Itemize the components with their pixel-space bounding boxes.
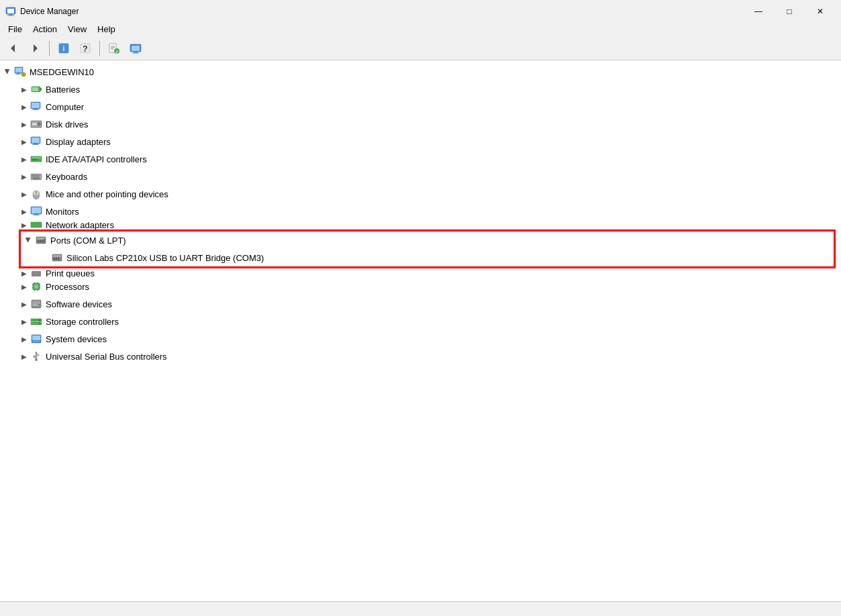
network-chevron: ▶ bbox=[19, 220, 30, 229]
svg-rect-76 bbox=[54, 258, 55, 260]
print-row[interactable]: ▶ Print queues bbox=[0, 268, 841, 278]
help-button[interactable]: ? bbox=[76, 40, 95, 57]
monitors-row[interactable]: ▶ Monitors bbox=[0, 203, 841, 220]
computer-row[interactable]: ▶ Computer bbox=[0, 98, 841, 115]
keyboard-device-icon bbox=[30, 170, 42, 183]
display-adapter-icon bbox=[30, 136, 42, 148]
ports-device-icon bbox=[35, 234, 47, 246]
software-icon bbox=[30, 297, 43, 311]
svg-rect-47 bbox=[34, 159, 36, 160]
menu-view[interactable]: View bbox=[62, 23, 92, 36]
svg-rect-32 bbox=[32, 103, 40, 108]
device-tree: ▶ MSEDGEWIN10 bbox=[0, 63, 841, 365]
svg-rect-70 bbox=[38, 240, 39, 242]
svg-rect-71 bbox=[40, 240, 41, 242]
processors-icon bbox=[30, 280, 43, 293]
svg-rect-89 bbox=[37, 290, 38, 291]
svg-rect-29 bbox=[40, 88, 42, 91]
processors-row[interactable]: ▶ bbox=[0, 278, 841, 295]
computer-device-icon bbox=[30, 101, 42, 113]
svg-rect-39 bbox=[32, 123, 37, 125]
root-row[interactable]: ▶ MSEDGEWIN10 bbox=[0, 63, 841, 81]
disk-item: ▶ Disk drives bbox=[0, 115, 841, 133]
title-bar-left: Device Manager bbox=[5, 6, 79, 17]
svg-rect-88 bbox=[34, 290, 36, 291]
svg-rect-34 bbox=[32, 109, 39, 110]
disk-row[interactable]: ▶ Disk drives bbox=[0, 115, 841, 133]
menu-action[interactable]: Action bbox=[28, 23, 62, 36]
device-button[interactable] bbox=[126, 40, 145, 57]
mice-row[interactable]: ▶ Mice and other pointing devices bbox=[0, 185, 841, 203]
svg-rect-33 bbox=[34, 109, 38, 109]
svg-rect-57 bbox=[38, 176, 40, 178]
keyboard-row[interactable]: ▶ bbox=[0, 168, 841, 185]
monitors-label: Monitors bbox=[46, 207, 79, 217]
network-icon bbox=[30, 220, 43, 229]
system-row[interactable]: ▶ System devices bbox=[0, 330, 841, 348]
system-device-icon bbox=[30, 333, 42, 345]
svg-rect-50 bbox=[32, 175, 34, 176]
svg-rect-66 bbox=[33, 215, 40, 215]
svg-rect-105 bbox=[37, 354, 39, 356]
menu-file[interactable]: File bbox=[3, 23, 28, 36]
svg-rect-18 bbox=[134, 52, 138, 53]
mouse-device-icon bbox=[30, 188, 42, 200]
svg-rect-25 bbox=[23, 74, 26, 75]
network-row[interactable]: ▶ Network adapters bbox=[0, 220, 841, 229]
display-icon bbox=[30, 135, 43, 148]
svg-rect-79 bbox=[32, 271, 41, 276]
silicon-labs-row[interactable]: ▶ Silicon Labs CP210x USB to UART Bridge… bbox=[21, 249, 834, 266]
maximize-button[interactable]: □ bbox=[774, 4, 805, 19]
svg-marker-103 bbox=[35, 352, 38, 354]
minimize-button[interactable]: — bbox=[743, 4, 774, 19]
software-label: Software devices bbox=[46, 299, 112, 309]
svg-rect-64 bbox=[32, 207, 41, 213]
computer-icon bbox=[14, 66, 26, 78]
svg-rect-91 bbox=[32, 301, 40, 302]
svg-rect-58 bbox=[33, 178, 40, 180]
svg-rect-3 bbox=[7, 15, 14, 16]
ports-icon bbox=[34, 234, 48, 247]
monitor-device-icon bbox=[30, 205, 42, 217]
close-button[interactable]: ✕ bbox=[805, 4, 836, 19]
properties-button[interactable]: i bbox=[54, 40, 73, 57]
processors-chevron: ▶ bbox=[19, 281, 30, 292]
keyboard-label: Keyboards bbox=[46, 172, 87, 182]
svg-rect-65 bbox=[34, 214, 38, 215]
svg-rect-77 bbox=[56, 258, 57, 260]
usb-row[interactable]: ▶ Universal Serial Bus bbox=[0, 348, 841, 365]
disk-label: Disk drives bbox=[46, 119, 89, 130]
ide-row[interactable]: ▶ IDE ATA/ATAPI controllers bbox=[0, 150, 841, 168]
software-device-icon bbox=[30, 298, 42, 310]
ide-chevron: ▶ bbox=[19, 154, 30, 164]
silicon-labs-icon bbox=[50, 251, 64, 264]
print-chevron: ▶ bbox=[19, 268, 30, 278]
svg-rect-53 bbox=[38, 175, 40, 176]
keyboard-chevron: ▶ bbox=[19, 171, 30, 182]
forward-button[interactable] bbox=[26, 40, 44, 57]
software-row[interactable]: ▶ Software devices bbox=[0, 295, 841, 313]
menu-help[interactable]: Help bbox=[92, 23, 121, 36]
ports-label: Ports (COM & LPT) bbox=[50, 236, 126, 246]
batteries-row[interactable]: ▶ Batteries bbox=[0, 81, 841, 98]
storage-row[interactable]: ▶ Storage controllers bbox=[0, 313, 841, 330]
svg-rect-81 bbox=[34, 285, 38, 289]
status-bar bbox=[0, 601, 841, 616]
keyboard-icon bbox=[30, 170, 43, 183]
computer-chevron: ▶ bbox=[19, 101, 30, 112]
back-button[interactable] bbox=[4, 40, 23, 57]
batteries-icon bbox=[30, 83, 43, 96]
display-label: Display adapters bbox=[46, 137, 111, 147]
svg-rect-51 bbox=[34, 175, 36, 176]
battery-icon bbox=[30, 83, 42, 95]
svg-rect-19 bbox=[132, 52, 139, 53]
display-row[interactable]: ▶ Display adapters bbox=[0, 133, 841, 150]
svg-rect-100 bbox=[32, 336, 40, 340]
computer-label: Computer bbox=[46, 102, 84, 112]
help-icon: ? bbox=[79, 42, 91, 54]
update-button[interactable]: ✓ bbox=[105, 40, 123, 57]
monitors-icon bbox=[30, 205, 43, 218]
print-icon bbox=[30, 268, 43, 278]
mice-icon bbox=[30, 187, 43, 201]
ports-row[interactable]: ▶ Ports (COM & LPT) bbox=[21, 232, 834, 249]
